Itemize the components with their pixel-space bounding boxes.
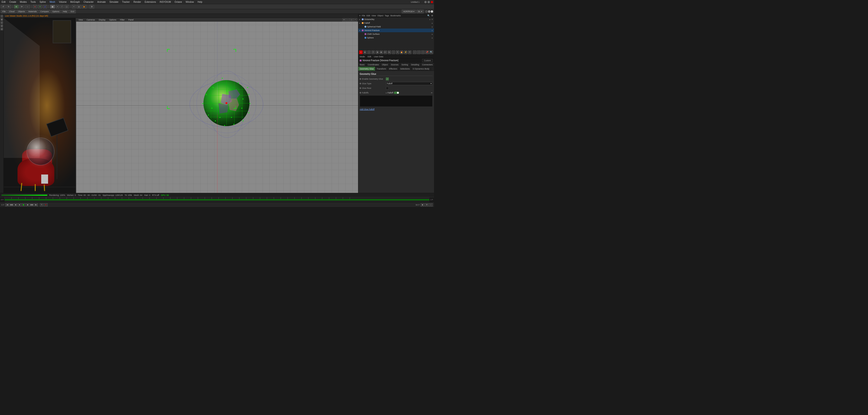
prop-icon-blend2[interactable]: BL: [388, 51, 391, 54]
falloff-toggle[interactable]: [394, 92, 399, 94]
sidebar-icon-4[interactable]: ⊕: [0, 24, 3, 27]
materials-btn[interactable]: Materials: [27, 10, 38, 13]
viewport-right[interactable]: View Cameras Display Options Filter Pane…: [76, 18, 358, 193]
vp-tool-2[interactable]: □: [346, 18, 349, 21]
scale-tool[interactable]: ⟳: [20, 5, 24, 8]
loop-btn[interactable]: ↻: [40, 203, 43, 206]
panel-menu-btn[interactable]: Panel: [127, 19, 134, 21]
view-menu-btn[interactable]: View: [78, 19, 84, 21]
render-preview[interactable]: ◎: [76, 5, 81, 8]
viewport-left[interactable]: [4, 18, 76, 193]
options-btn2[interactable]: Options: [51, 10, 61, 13]
render-btn[interactable]: ▶: [82, 5, 87, 8]
tree-item-octanesky[interactable]: ▸ OctaneSky ● ▣: [358, 18, 434, 21]
keyframe-btn[interactable]: ◆: [421, 203, 424, 206]
tab-selections[interactable]: Selections: [399, 67, 411, 71]
tree-item-sphericalfield[interactable]: Spherical Field ●: [358, 25, 434, 29]
color-swatch-gray[interactable]: [428, 10, 430, 13]
audio-btn[interactable]: ♪: [429, 203, 433, 206]
point-mode[interactable]: •: [56, 5, 59, 8]
gluerest-checkbox[interactable]: [386, 87, 389, 90]
add-glue-falloff-btn[interactable]: Add Glue Falloff: [360, 108, 433, 111]
prop-nav-back[interactable]: ←: [413, 51, 416, 54]
prop-icon-flame[interactable]: 🔥: [400, 51, 403, 54]
falloff-expand-icon[interactable]: ▸: [386, 92, 387, 94]
vp-tool-1[interactable]: ⊞: [342, 18, 346, 21]
color-swatch-white[interactable]: [431, 10, 433, 13]
compare-btn[interactable]: Compare: [39, 10, 50, 13]
move-tool[interactable]: ⊕: [14, 5, 19, 8]
prop-icon-sun[interactable]: ☀: [371, 51, 375, 54]
menu-item-help[interactable]: Help: [197, 1, 203, 3]
menu-item-tracker[interactable]: Tracker: [121, 1, 130, 3]
tab-detailing[interactable]: Detailing: [410, 63, 421, 66]
play-next-frame[interactable]: ▶: [26, 203, 30, 206]
objects-btn[interactable]: Objects: [17, 10, 27, 13]
display-menu-btn[interactable]: Display: [98, 19, 106, 21]
tab-transform[interactable]: Transform: [375, 67, 388, 71]
settings-btn2[interactable]: ⚙: [425, 203, 429, 206]
mode-tab[interactable]: Mode: [360, 56, 365, 58]
edge-mode[interactable]: /: [60, 5, 64, 8]
settings-icon[interactable]: ⚙: [431, 14, 433, 17]
vp-tool-4[interactable]: ↗: [353, 18, 357, 21]
undo-btn[interactable]: ↺: [1, 5, 5, 8]
tab-connectors[interactable]: Connectors: [421, 63, 434, 66]
tab-sorting[interactable]: Sorting: [400, 63, 410, 66]
menu-item-mograph[interactable]: MoGraph: [69, 1, 81, 3]
object-mode[interactable]: ▣: [50, 5, 55, 8]
poly-mode[interactable]: ◻: [64, 5, 69, 8]
settings-btn[interactable]: ⚙: [90, 5, 94, 8]
dl-btn[interactable]: DL ▾: [416, 10, 424, 13]
axis-z[interactable]: Z: [43, 5, 47, 8]
menu-item-spline[interactable]: Spline: [39, 1, 47, 3]
enable-checkbox[interactable]: ✓: [386, 78, 389, 80]
eye-icon-2[interactable]: ●: [432, 22, 433, 24]
menu-item-extensions[interactable]: Extensions: [144, 1, 157, 3]
menu-item-simulate[interactable]: Simulate: [109, 1, 119, 3]
menu-item-modes[interactable]: Modes: [19, 1, 27, 3]
rotate-tool[interactable]: ↔: [25, 5, 30, 8]
menu-item-create[interactable]: Create: [8, 1, 17, 3]
falloff-edit-btn[interactable]: ✏: [431, 92, 433, 94]
stop-btn[interactable]: ■: [18, 203, 22, 206]
tab-sources[interactable]: Sources: [390, 63, 400, 66]
options-menu-btn[interactable]: Options: [108, 19, 117, 21]
eye-icon-3[interactable]: ●: [432, 26, 433, 28]
eye-icon[interactable]: ●: [429, 19, 430, 20]
menu-item-render[interactable]: Render: [133, 1, 142, 3]
sidebar-icon-2[interactable]: ◉: [0, 18, 3, 21]
tree-item-voronoi[interactable]: ▾ Voronoi Fracture ●: [358, 29, 434, 32]
play-to-end[interactable]: ▶|: [34, 203, 38, 206]
prop-icon-blend[interactable]: M+: [383, 51, 387, 54]
panel-menu-icon[interactable]: ≡: [359, 14, 360, 17]
window-close[interactable]: [431, 1, 433, 3]
menu-item-edit[interactable]: Edit: [1, 1, 6, 3]
axis-y[interactable]: Y: [38, 5, 42, 8]
edit-tab[interactable]: Edit: [368, 56, 371, 58]
play-btn[interactable]: ▶: [22, 203, 26, 206]
help-btn2[interactable]: Help: [61, 10, 69, 13]
gluetype-dropdown[interactable]: Falloff ▾: [386, 82, 433, 85]
play-next[interactable]: ▶▶: [30, 203, 34, 206]
timeline[interactable]: 0 F 0 2 4 6 8 10 12 14: [0, 197, 434, 202]
tab-basic[interactable]: Basic: [358, 63, 366, 66]
tree-item-falloff[interactable]: ▸ Falloff ●: [358, 21, 434, 25]
prop-icon-sphere[interactable]: ◉: [379, 51, 383, 54]
menu-item-character[interactable]: Character: [83, 1, 94, 3]
play-to-start[interactable]: |◀: [5, 203, 9, 206]
redo-btn[interactable]: ↻: [6, 5, 11, 8]
prop-icon-half[interactable]: ◑: [376, 51, 379, 54]
vp-tool-3[interactable]: ◫: [350, 18, 353, 21]
tab-odynamics[interactable]: O Dynamics Body: [411, 67, 431, 71]
prop-icon-effector[interactable]: ⟳: [408, 51, 411, 54]
prop-nav-up[interactable]: ↑: [421, 51, 425, 54]
menu-item-tools[interactable]: Tools: [30, 1, 36, 3]
prop-nav-forward[interactable]: →: [417, 51, 421, 54]
cloud-btn[interactable]: Cloud: [8, 10, 16, 13]
hdr-dropdown[interactable]: HDR/RGB ▾: [402, 10, 416, 13]
tab-geometry-glue[interactable]: Geometry Glue: [358, 67, 375, 71]
tree-item-cloth[interactable]: Cloth Surface ●: [358, 32, 434, 36]
bookmarks-menu[interactable]: Bookmarks: [391, 14, 401, 17]
menu-item-insydium[interactable]: INSYDIUM: [159, 1, 172, 3]
